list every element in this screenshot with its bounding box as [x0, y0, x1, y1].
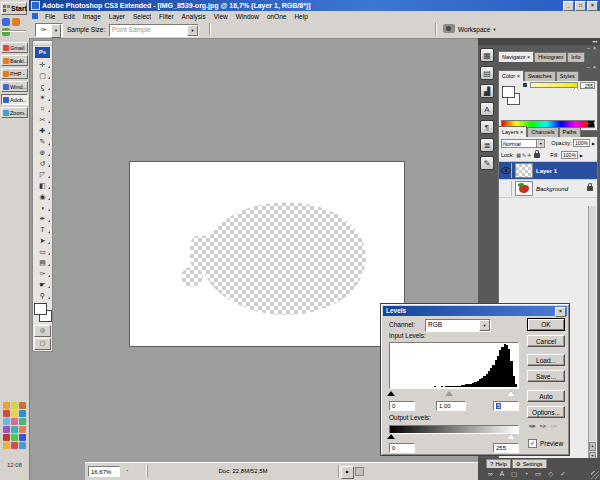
layer-row-background[interactable]: Background — [499, 180, 597, 198]
toolbox-grip[interactable] — [33, 41, 52, 46]
tab-navigator[interactable]: Navigator × — [498, 51, 534, 62]
panel-icon-paragraph[interactable]: ¶ — [480, 120, 494, 134]
spinner-arrow-icon[interactable]: ▶ — [592, 141, 595, 146]
status-menu-arrow[interactable]: ▶ — [341, 466, 354, 479]
tray-icon[interactable] — [19, 402, 26, 409]
task-button-php[interactable]: PHP - ... — [1, 68, 28, 79]
tab-histogram[interactable]: Histogram — [534, 52, 567, 62]
tool-brush-button[interactable]: ✎ — [33, 136, 52, 147]
input-low-field[interactable]: 0 — [389, 401, 415, 411]
menu-item[interactable]: Edit — [59, 13, 78, 20]
cancel-button[interactable]: Cancel — [527, 335, 565, 347]
bottom-icon-ellipse[interactable]: ◔ — [524, 470, 528, 478]
panel-icon-info[interactable]: ▤ — [480, 66, 494, 80]
tool-magic-wand-button[interactable]: ✶ — [33, 92, 52, 103]
start-button[interactable]: Start — [1, 2, 27, 15]
task-button-adobe-photoshop[interactable]: Adob... — [1, 94, 28, 105]
tool-notes-button[interactable]: ▤ — [33, 257, 52, 268]
tray-icon[interactable] — [19, 426, 26, 433]
menu-item[interactable]: Image — [79, 13, 105, 20]
dialog-title-bar[interactable]: Levels × — [383, 306, 567, 316]
options-button[interactable]: Options... — [527, 406, 565, 418]
scroll-up-icon[interactable]: ▲ — [589, 442, 596, 451]
tool-preset-picker[interactable]: ✑ ▼ — [35, 23, 63, 37]
tool-shape-button[interactable]: ▭ — [33, 246, 52, 257]
bottom-icon-check[interactable]: ✓ — [560, 470, 565, 478]
black-point-eyedropper-icon[interactable]: ✑ — [529, 422, 536, 431]
visibility-cell[interactable] — [500, 181, 512, 196]
tool-lasso-button[interactable]: ϛ — [33, 81, 52, 92]
tab-channels[interactable]: Channels — [527, 127, 558, 137]
screen-mode-button[interactable]: ▢ — [34, 338, 51, 350]
quicklaunch-internet-explorer-icon[interactable] — [2, 18, 10, 26]
bottom-icon-polygon[interactable]: ◇ — [548, 470, 553, 478]
panel-icon-histogram[interactable]: ▟ — [480, 84, 494, 98]
settings-tab[interactable]: ⚙ Settings — [512, 459, 547, 468]
lock-option-icon[interactable]: ✛ — [527, 152, 531, 158]
tab-info[interactable]: Info — [567, 52, 584, 62]
sample-size-dropdown[interactable]: Point Sample ▼ — [109, 24, 199, 37]
bottom-icon-text[interactable]: A — [500, 470, 504, 478]
help-tab[interactable]: ? Help — [486, 459, 511, 468]
menu-item[interactable]: Select — [129, 13, 155, 20]
bottom-icon-rounded-rect[interactable]: ▭ — [535, 470, 541, 478]
menu-item[interactable]: Layer — [105, 13, 129, 20]
tab-layers[interactable]: Layers × — [498, 126, 527, 137]
menu-item[interactable]: Help — [290, 13, 311, 20]
output-low-field[interactable]: 0 — [389, 443, 415, 453]
tray-icon[interactable] — [3, 410, 10, 417]
bottom-icon-link[interactable]: ∞ — [488, 470, 493, 478]
tray-icon[interactable] — [3, 426, 10, 433]
tray-icon[interactable] — [19, 434, 26, 441]
visibility-cell[interactable] — [500, 163, 512, 178]
tray-icon[interactable] — [3, 442, 10, 449]
input-high-field[interactable]: 5 — [493, 401, 519, 411]
panel-minimize-close-icons[interactable]: ‒ × — [587, 45, 597, 51]
chevron-down-icon[interactable]: ▼ — [51, 24, 61, 38]
spinner-arrow-icon[interactable]: ▶ — [580, 153, 583, 158]
input-black-slider[interactable] — [387, 391, 395, 396]
tray-icon[interactable] — [3, 402, 10, 409]
tray-icon[interactable] — [11, 418, 18, 425]
tray-icon[interactable] — [3, 434, 10, 441]
tool-dodge-button[interactable]: ◖ — [33, 202, 52, 213]
tray-icon[interactable] — [19, 442, 26, 449]
zoom-level-field[interactable]: 16,67% — [88, 466, 120, 477]
quick-mask-button[interactable]: ◎ — [34, 325, 51, 337]
load-button[interactable]: Load... — [527, 354, 565, 366]
tray-icon[interactable] — [11, 402, 18, 409]
color-panel-swatches[interactable] — [502, 86, 522, 106]
tool-healing-brush-button[interactable]: ✚ — [33, 125, 52, 136]
input-gamma-field[interactable]: 1,00 — [436, 401, 466, 411]
panel-icon-brushes[interactable]: ✎ — [480, 156, 494, 170]
color-slider[interactable] — [530, 82, 578, 88]
tab-swatches[interactable]: Swatches — [524, 71, 556, 81]
tray-icon[interactable] — [11, 434, 18, 441]
tool-path-selection-button[interactable]: ➤ — [33, 235, 52, 246]
tool-zoom-button[interactable]: ⚲ — [33, 290, 52, 301]
document-canvas[interactable] — [129, 161, 405, 347]
input-white-slider[interactable] — [507, 391, 515, 396]
panel-minimize-close-icons[interactable]: ‒ × — [587, 64, 597, 70]
tray-icon[interactable] — [11, 426, 18, 433]
tool-move-button[interactable]: ✛ — [33, 59, 52, 70]
tab-color[interactable]: Color × — [498, 70, 524, 81]
white-point-eyedropper-icon[interactable]: ✑ — [550, 422, 557, 431]
dock-collapse-bar[interactable]: ◂◂ — [478, 38, 600, 45]
task-button-windows[interactable]: Wind... — [1, 81, 28, 92]
menu-item[interactable]: Analysis — [178, 13, 210, 20]
slider-handle[interactable] — [573, 87, 579, 91]
task-button-banking[interactable]: Banki... — [1, 55, 28, 66]
tray-icon[interactable] — [11, 410, 18, 417]
quicklaunch-firefox-icon[interactable] — [12, 18, 20, 26]
layers-scrollbar[interactable]: ▲ ▼ — [588, 206, 596, 461]
gray-point-eyedropper-icon[interactable]: ✑ — [540, 422, 547, 431]
layer-name[interactable]: Layer 1 — [536, 168, 557, 174]
tool-gradient-button[interactable]: ◧ — [33, 180, 52, 191]
panel-minimize-close-icons[interactable]: ‒ × — [587, 120, 597, 126]
foreground-color-swatch[interactable] — [34, 303, 47, 315]
layer-name[interactable]: Background — [536, 186, 568, 192]
panel-icon-character[interactable]: A — [480, 102, 494, 116]
minimize-button[interactable]: _ — [563, 1, 574, 11]
output-high-field[interactable]: 255 — [493, 443, 519, 453]
